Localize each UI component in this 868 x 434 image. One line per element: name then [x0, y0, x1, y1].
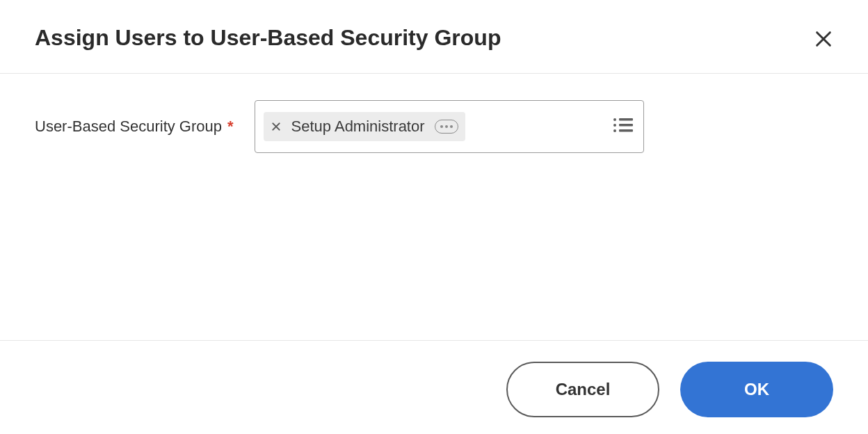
field-label-security-group: User-Based Security Group * [35, 118, 234, 136]
list-icon [613, 117, 634, 134]
svg-point-6 [613, 124, 616, 127]
dialog-header: Assign Users to User-Based Security Grou… [0, 0, 868, 74]
ellipsis-icon [450, 125, 453, 128]
security-group-prompt[interactable]: Setup Administrator [255, 100, 644, 153]
field-label-text: User-Based Security Group [35, 118, 222, 136]
dialog-footer: Cancel OK [0, 340, 868, 434]
svg-rect-5 [619, 118, 633, 120]
x-icon [271, 121, 282, 132]
svg-rect-7 [619, 124, 633, 126]
prompt-list-button[interactable] [613, 117, 634, 136]
close-icon [814, 29, 833, 49]
selected-value-pill: Setup Administrator [264, 112, 465, 141]
field-row-security-group: User-Based Security Group * Setup Admini… [35, 100, 833, 153]
dialog-body: User-Based Security Group * Setup Admini… [0, 74, 868, 153]
ellipsis-icon [440, 125, 443, 128]
ellipsis-icon [445, 125, 448, 128]
svg-point-8 [613, 129, 616, 132]
related-actions-button[interactable] [435, 120, 458, 134]
remove-selection-button[interactable] [271, 121, 282, 132]
dialog-title: Assign Users to User-Based Security Grou… [35, 25, 833, 51]
svg-point-4 [613, 118, 616, 121]
close-button[interactable] [810, 25, 837, 53]
ok-button[interactable]: OK [680, 362, 833, 417]
selected-value-text: Setup Administrator [291, 118, 425, 136]
cancel-button[interactable]: Cancel [506, 362, 659, 417]
svg-rect-9 [619, 129, 633, 131]
required-indicator: * [227, 118, 234, 136]
